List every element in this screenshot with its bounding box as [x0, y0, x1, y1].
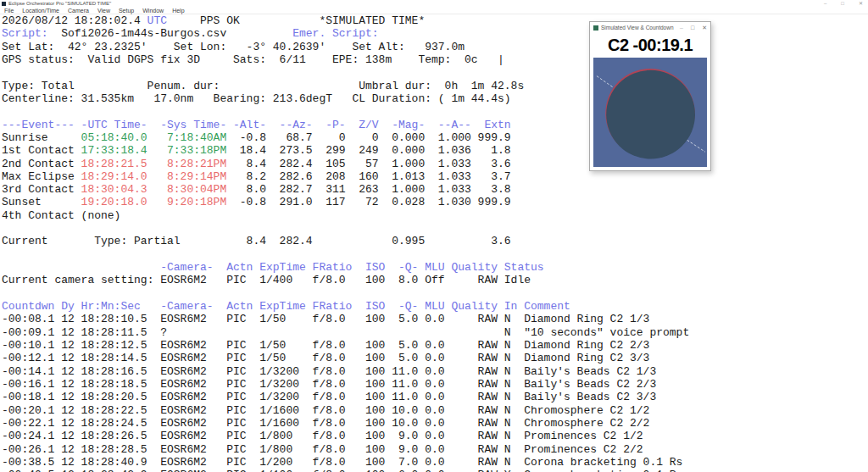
- screen-text: f/8.0: [313, 365, 346, 378]
- desktop: { "window": { "title": "Eclipse Orchestr…: [0, 0, 868, 472]
- screen-text: Set Lon:: [174, 41, 226, 53]
- screen-text: 0: [372, 131, 379, 144]
- screen-text: 18:30:04.3: [81, 183, 147, 196]
- screen-text: RAW: [478, 417, 498, 430]
- screen-text: 6/11: [280, 53, 306, 66]
- screen-text: 0.0: [425, 404, 444, 417]
- sim-minimize-icon[interactable]: –: [680, 22, 683, 33]
- screen-text: 18:28:28.5: [81, 443, 147, 456]
- screen-text: 263: [359, 183, 378, 196]
- screen-text: 1.036: [438, 144, 471, 157]
- screen-text: --A--: [438, 119, 471, 131]
- screen-text: EOSR6M2: [160, 274, 207, 286]
- screen-text: Hr:Mn:Sec: [81, 300, 141, 313]
- screen-text: 282.6: [280, 170, 313, 183]
- moon-disc: [606, 70, 695, 159]
- screen-text: -00:08.1: [2, 313, 54, 325]
- screen-text: -00:16.1: [2, 378, 54, 391]
- screen-text: Corona bracketing 0.1 Rs: [524, 469, 682, 472]
- screen-text: 299: [326, 144, 345, 157]
- sim-maximize-icon[interactable]: □: [691, 22, 694, 33]
- screen-text: Umbral dur:: [359, 80, 431, 92]
- screen-text: 6.0: [398, 469, 418, 472]
- eclipse-graphic: [593, 58, 707, 167]
- screen-text: -00:22.1: [2, 417, 54, 430]
- screen-text: 100: [365, 352, 385, 364]
- screen-text: Emer. Script:: [292, 27, 378, 40]
- screen-text: EOSR6M2: [160, 404, 207, 417]
- screen-text: Baily's Beads C2 2/3: [524, 378, 656, 391]
- screen-text: RAW: [478, 404, 498, 417]
- sim-window-title: Simulated View & Countdown: [601, 25, 677, 31]
- screen-text: 0.0: [425, 391, 444, 403]
- screen-text: EOSR6M2: [160, 417, 207, 430]
- screen-text: RAW: [478, 430, 498, 442]
- screen-text: 1/400: [259, 274, 292, 286]
- screen-text: PIC: [226, 339, 246, 352]
- screen-text: ?: [160, 326, 167, 339]
- screen-text: 0.0: [425, 443, 444, 456]
- screen-text: -3° 40.2639': [247, 41, 326, 53]
- screen-text: ExpTime: [259, 261, 306, 274]
- screen-text: Bearing: 213.6degT: [214, 92, 332, 105]
- screen-text: -Camera-: [160, 300, 213, 313]
- screen-text: -00:18.1: [2, 391, 54, 403]
- screen-text: f/8.0: [313, 417, 346, 430]
- screen-text: 100: [365, 430, 385, 442]
- screen-text: 9.0: [398, 430, 418, 442]
- screen-text: 18:28:24.5: [81, 417, 147, 430]
- screen-text: 12: [61, 443, 75, 456]
- screen-text: 8.2: [247, 170, 266, 183]
- screen-text: Off: [425, 274, 444, 286]
- screen-text: Diamond Ring C2 3/3: [524, 352, 649, 364]
- screen-text: 11.0: [392, 378, 418, 391]
- screen-text: 2026/08/12 18:28:02.4: [2, 14, 141, 27]
- screen-text: f/8.0: [313, 339, 346, 352]
- screen-text: PIC: [226, 430, 246, 442]
- screen-text: 10.0: [392, 417, 418, 430]
- simulated-eclipse-view: [593, 58, 707, 167]
- screen-text: ---Event---: [2, 119, 75, 131]
- screen-text: 12: [61, 430, 75, 442]
- sim-close-icon[interactable]: ✕: [702, 22, 707, 33]
- screen-text: -UTC Time-: [81, 119, 147, 131]
- screen-text: PIC: [226, 469, 246, 472]
- screen-text: 18:29:14.0: [81, 170, 147, 183]
- screen-text: 1/50: [259, 339, 286, 352]
- screen-text: 18:28:20.5: [81, 391, 147, 403]
- screen-text: Sunset: [2, 196, 42, 208]
- screen-text: EOSR6M2: [160, 391, 207, 403]
- screen-text: 1.033: [438, 183, 471, 196]
- screen-text: 3.7: [491, 170, 510, 183]
- screen-text: PIC: [226, 378, 246, 391]
- screen-text: 12: [61, 326, 75, 339]
- screen-text: GPS status:: [2, 53, 75, 66]
- screen-text: Status: [504, 261, 544, 274]
- screen-text: -Q-: [398, 300, 418, 313]
- sim-window[interactable]: Simulated View & Countdown – □ ✕ C2 -00:…: [589, 21, 711, 171]
- screen-text: 291.0: [280, 196, 313, 208]
- sim-titlebar[interactable]: Simulated View & Countdown – □ ✕: [590, 22, 710, 33]
- screen-text: 100: [365, 274, 385, 286]
- screen-text: 1.013: [392, 170, 425, 183]
- sim-window-controls: – □ ✕: [680, 22, 707, 33]
- screen-text: 18:28:22.5: [81, 404, 147, 417]
- screen-text: N: [504, 391, 511, 403]
- screen-text: 1.033: [438, 158, 471, 170]
- screen-text: 8:30:04PM: [167, 183, 226, 196]
- screen-text: -00:20.1: [2, 404, 54, 417]
- screen-text: 100: [365, 404, 385, 417]
- screen-text: ISO: [365, 261, 385, 274]
- screen-text: 7:33:18PM: [167, 144, 226, 157]
- screen-text: 8:29:14PM: [167, 170, 226, 183]
- contact-countdown-label: C2 -00:19.1: [590, 33, 710, 58]
- screen-text: f/8.0: [313, 313, 346, 325]
- screen-text: f/8.0: [313, 443, 346, 456]
- screen-text: 12: [61, 469, 75, 472]
- screen-text: -0.8: [240, 131, 266, 144]
- screen-text: N: [504, 378, 511, 391]
- screen-text: 0.0: [425, 352, 444, 364]
- screen-text: 18:28:18.5: [81, 378, 147, 391]
- screen-text: FRatio: [313, 300, 353, 313]
- screen-text: RAW: [478, 365, 498, 378]
